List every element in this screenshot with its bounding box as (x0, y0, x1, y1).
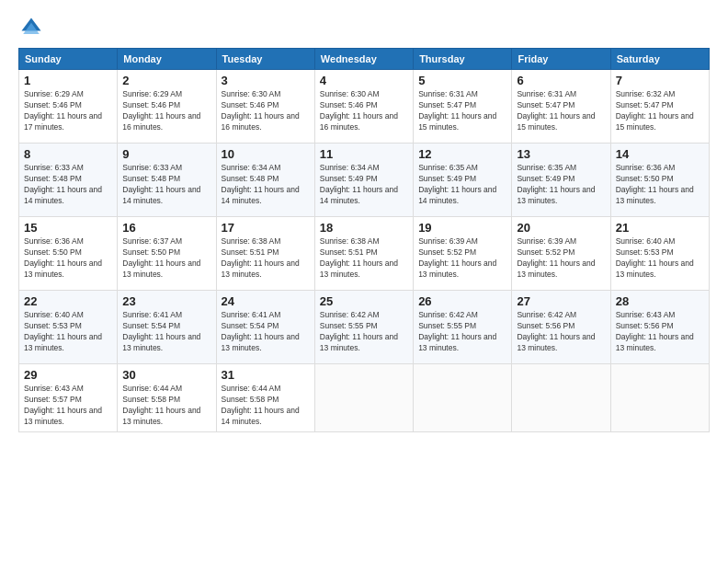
day-info: Sunrise: 6:36 AM Sunset: 5:50 PM Dayligh… (616, 163, 704, 207)
day-number: 4 (320, 74, 408, 87)
weekday-header-friday: Friday (512, 49, 610, 70)
day-number: 30 (122, 368, 210, 382)
day-info: Sunrise: 6:42 AM Sunset: 5:56 PM Dayligh… (517, 310, 605, 354)
calendar-cell: 23Sunrise: 6:41 AM Sunset: 5:54 PM Dayli… (118, 291, 216, 364)
day-number: 27 (517, 294, 605, 308)
day-number: 3 (222, 74, 310, 87)
page: SundayMondayTuesdayWednesdayThursdayFrid… (0, 0, 728, 563)
day-info: Sunrise: 6:29 AM Sunset: 5:46 PM Dayligh… (122, 89, 210, 133)
day-info: Sunrise: 6:31 AM Sunset: 5:47 PM Dayligh… (517, 89, 605, 133)
day-info: Sunrise: 6:41 AM Sunset: 5:54 PM Dayligh… (222, 310, 310, 354)
calendar-cell: 22Sunrise: 6:40 AM Sunset: 5:53 PM Dayli… (19, 291, 118, 364)
day-info: Sunrise: 6:36 AM Sunset: 5:50 PM Dayligh… (24, 236, 112, 281)
day-info: Sunrise: 6:39 AM Sunset: 5:52 PM Dayligh… (418, 236, 506, 281)
day-info: Sunrise: 6:31 AM Sunset: 5:47 PM Dayligh… (418, 89, 506, 133)
day-number: 17 (222, 221, 310, 235)
day-number: 22 (24, 294, 112, 308)
day-number: 26 (418, 294, 506, 308)
calendar-cell: 2Sunrise: 6:29 AM Sunset: 5:46 PM Daylig… (118, 70, 216, 144)
calendar-cell: 16Sunrise: 6:37 AM Sunset: 5:50 PM Dayli… (118, 217, 216, 291)
day-number: 28 (616, 294, 704, 308)
logo-icon (18, 15, 44, 40)
calendar-cell: 30Sunrise: 6:44 AM Sunset: 5:58 PM Dayli… (118, 364, 216, 432)
day-number: 13 (517, 147, 605, 161)
calendar-cell: 9Sunrise: 6:33 AM Sunset: 5:48 PM Daylig… (118, 144, 216, 217)
day-number: 20 (517, 221, 605, 235)
day-number: 24 (222, 294, 310, 308)
day-info: Sunrise: 6:42 AM Sunset: 5:55 PM Dayligh… (418, 310, 506, 354)
calendar-cell: 1Sunrise: 6:29 AM Sunset: 5:46 PM Daylig… (19, 70, 118, 144)
day-number: 8 (24, 147, 112, 161)
weekday-header-sunday: Sunday (19, 49, 118, 70)
day-info: Sunrise: 6:30 AM Sunset: 5:46 PM Dayligh… (320, 89, 408, 133)
calendar-cell: 18Sunrise: 6:38 AM Sunset: 5:51 PM Dayli… (314, 217, 413, 291)
calendar-cell: 4Sunrise: 6:30 AM Sunset: 5:46 PM Daylig… (314, 70, 413, 144)
day-info: Sunrise: 6:41 AM Sunset: 5:54 PM Dayligh… (122, 310, 210, 354)
day-number: 19 (418, 221, 506, 235)
calendar-cell: 12Sunrise: 6:35 AM Sunset: 5:49 PM Dayli… (414, 144, 512, 217)
day-number: 1 (24, 74, 112, 87)
day-info: Sunrise: 6:30 AM Sunset: 5:46 PM Dayligh… (222, 89, 310, 133)
day-info: Sunrise: 6:33 AM Sunset: 5:48 PM Dayligh… (24, 163, 112, 207)
day-info: Sunrise: 6:37 AM Sunset: 5:50 PM Dayligh… (122, 236, 210, 281)
day-info: Sunrise: 6:32 AM Sunset: 5:47 PM Dayligh… (616, 89, 704, 133)
day-info: Sunrise: 6:42 AM Sunset: 5:55 PM Dayligh… (320, 310, 408, 354)
day-info: Sunrise: 6:33 AM Sunset: 5:48 PM Dayligh… (122, 163, 210, 207)
calendar-cell: 20Sunrise: 6:39 AM Sunset: 5:52 PM Dayli… (512, 217, 610, 291)
day-number: 31 (222, 368, 310, 382)
weekday-header-wednesday: Wednesday (314, 49, 413, 70)
day-info: Sunrise: 6:34 AM Sunset: 5:48 PM Dayligh… (222, 163, 310, 207)
day-info: Sunrise: 6:38 AM Sunset: 5:51 PM Dayligh… (320, 236, 408, 281)
day-info: Sunrise: 6:39 AM Sunset: 5:52 PM Dayligh… (517, 236, 605, 281)
calendar-cell: 10Sunrise: 6:34 AM Sunset: 5:48 PM Dayli… (216, 144, 314, 217)
day-info: Sunrise: 6:44 AM Sunset: 5:58 PM Dayligh… (222, 384, 310, 428)
day-number: 25 (320, 294, 408, 308)
day-number: 23 (122, 294, 210, 308)
calendar-cell: 21Sunrise: 6:40 AM Sunset: 5:53 PM Dayli… (610, 217, 709, 291)
weekday-header-monday: Monday (118, 49, 216, 70)
weekday-header-tuesday: Tuesday (216, 49, 314, 70)
day-number: 10 (222, 147, 310, 161)
calendar-cell: 14Sunrise: 6:36 AM Sunset: 5:50 PM Dayli… (610, 144, 709, 217)
calendar: SundayMondayTuesdayWednesdayThursdayFrid… (18, 48, 710, 432)
day-info: Sunrise: 6:40 AM Sunset: 5:53 PM Dayligh… (24, 310, 112, 354)
day-info: Sunrise: 6:34 AM Sunset: 5:49 PM Dayligh… (320, 163, 408, 207)
day-number: 7 (616, 74, 704, 87)
calendar-cell: 24Sunrise: 6:41 AM Sunset: 5:54 PM Dayli… (216, 291, 314, 364)
calendar-cell: 15Sunrise: 6:36 AM Sunset: 5:50 PM Dayli… (19, 217, 118, 291)
calendar-cell: 19Sunrise: 6:39 AM Sunset: 5:52 PM Dayli… (414, 217, 512, 291)
day-info: Sunrise: 6:29 AM Sunset: 5:46 PM Dayligh… (24, 89, 112, 133)
calendar-cell: 28Sunrise: 6:43 AM Sunset: 5:56 PM Dayli… (610, 291, 709, 364)
week-row-3: 15Sunrise: 6:36 AM Sunset: 5:50 PM Dayli… (19, 217, 710, 291)
day-number: 29 (24, 368, 112, 382)
logo (18, 15, 48, 40)
weekday-header-saturday: Saturday (610, 49, 709, 70)
week-row-5: 29Sunrise: 6:43 AM Sunset: 5:57 PM Dayli… (19, 364, 710, 432)
weekday-header-row: SundayMondayTuesdayWednesdayThursdayFrid… (19, 49, 710, 70)
day-info: Sunrise: 6:43 AM Sunset: 5:57 PM Dayligh… (24, 384, 112, 428)
calendar-cell: 31Sunrise: 6:44 AM Sunset: 5:58 PM Dayli… (216, 364, 314, 432)
day-info: Sunrise: 6:35 AM Sunset: 5:49 PM Dayligh… (418, 163, 506, 207)
calendar-cell: 17Sunrise: 6:38 AM Sunset: 5:51 PM Dayli… (216, 217, 314, 291)
day-info: Sunrise: 6:43 AM Sunset: 5:56 PM Dayligh… (616, 310, 704, 354)
calendar-cell (512, 364, 610, 432)
day-number: 18 (320, 221, 408, 235)
calendar-cell (610, 364, 709, 432)
weekday-header-thursday: Thursday (414, 49, 512, 70)
day-number: 2 (122, 74, 210, 87)
week-row-1: 1Sunrise: 6:29 AM Sunset: 5:46 PM Daylig… (19, 70, 710, 144)
day-number: 5 (418, 74, 506, 87)
day-number: 11 (320, 147, 408, 161)
calendar-cell: 13Sunrise: 6:35 AM Sunset: 5:49 PM Dayli… (512, 144, 610, 217)
day-info: Sunrise: 6:35 AM Sunset: 5:49 PM Dayligh… (517, 163, 605, 207)
calendar-cell: 3Sunrise: 6:30 AM Sunset: 5:46 PM Daylig… (216, 70, 314, 144)
day-number: 16 (122, 221, 210, 235)
calendar-cell: 5Sunrise: 6:31 AM Sunset: 5:47 PM Daylig… (414, 70, 512, 144)
calendar-cell: 7Sunrise: 6:32 AM Sunset: 5:47 PM Daylig… (610, 70, 709, 144)
day-info: Sunrise: 6:40 AM Sunset: 5:53 PM Dayligh… (616, 236, 704, 281)
day-number: 21 (616, 221, 704, 235)
calendar-cell: 29Sunrise: 6:43 AM Sunset: 5:57 PM Dayli… (19, 364, 118, 432)
day-info: Sunrise: 6:38 AM Sunset: 5:51 PM Dayligh… (222, 236, 310, 281)
week-row-4: 22Sunrise: 6:40 AM Sunset: 5:53 PM Dayli… (19, 291, 710, 364)
day-number: 15 (24, 221, 112, 235)
